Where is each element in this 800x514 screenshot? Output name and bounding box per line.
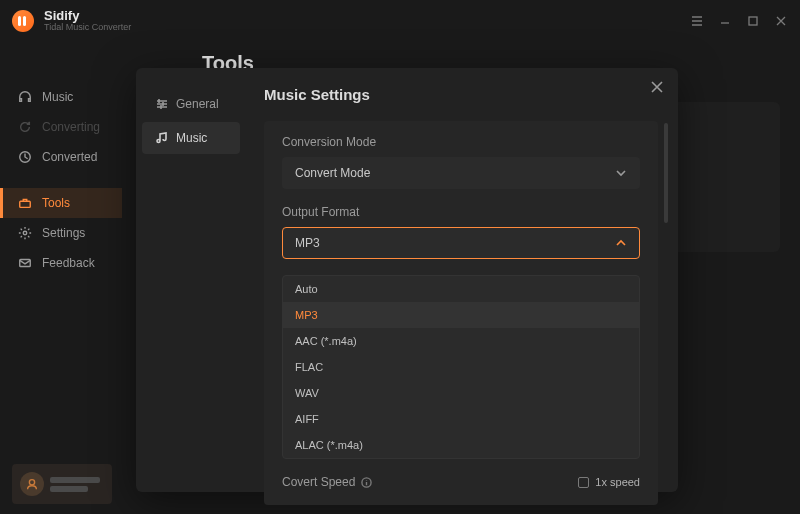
gear-icon <box>18 226 32 240</box>
sidebar-label: Settings <box>42 226 85 240</box>
select-value: MP3 <box>295 236 320 250</box>
dropdown-option-flac[interactable]: FLAC <box>283 354 639 380</box>
speed-value: 1x speed <box>595 476 640 488</box>
info-icon <box>361 477 372 488</box>
close-button[interactable] <box>774 14 788 28</box>
chevron-up-icon <box>615 237 627 249</box>
settings-panel: Conversion Mode Convert Mode Output Form… <box>264 121 658 505</box>
brand-name: Sidify <box>44 9 131 23</box>
sidebar-item-converting[interactable]: Converting <box>0 112 122 142</box>
modal-tab-general[interactable]: General <box>142 88 240 120</box>
svg-point-3 <box>23 231 27 235</box>
svg-rect-0 <box>749 17 757 25</box>
dropdown-option-alac[interactable]: ALAC (*.m4a) <box>283 432 639 458</box>
dropdown-option-wav[interactable]: WAV <box>283 380 639 406</box>
settings-modal: General Music Music Settings Conversion … <box>136 68 678 492</box>
svg-rect-2 <box>20 201 31 207</box>
output-format-dropdown: Auto MP3 AAC (*.m4a) FLAC WAV AIFF ALAC … <box>282 275 640 459</box>
brand-subtitle: Tidal Music Converter <box>44 23 131 33</box>
titlebar: Sidify Tidal Music Converter <box>0 0 800 42</box>
modal-tab-label: Music <box>176 131 207 145</box>
covert-speed-label: Covert Speed <box>282 475 372 489</box>
maximize-button[interactable] <box>746 14 760 28</box>
svg-rect-4 <box>20 260 31 267</box>
speed-checkbox[interactable] <box>578 477 589 488</box>
dropdown-option-mp3[interactable]: MP3 <box>283 302 639 328</box>
conversion-mode-label: Conversion Mode <box>282 135 640 149</box>
minimize-button[interactable] <box>718 14 732 28</box>
svg-point-5 <box>29 480 34 485</box>
sidebar-item-music[interactable]: Music <box>0 82 122 112</box>
chevron-down-icon <box>615 167 627 179</box>
music-note-icon <box>156 132 168 144</box>
sliders-icon <box>156 98 168 110</box>
refresh-icon <box>18 120 32 134</box>
sidebar-item-tools[interactable]: Tools <box>0 188 122 218</box>
clock-icon <box>18 150 32 164</box>
sidebar-label: Converted <box>42 150 97 164</box>
headphones-icon <box>18 90 32 104</box>
user-name-placeholder <box>50 477 100 483</box>
sidebar-item-converted[interactable]: Converted <box>0 142 122 172</box>
sidebar-item-feedback[interactable]: Feedback <box>0 248 122 278</box>
mail-icon <box>18 256 32 270</box>
dropdown-option-aac[interactable]: AAC (*.m4a) <box>283 328 639 354</box>
sidebar: Music Converting Converted Tools Setting… <box>0 42 122 514</box>
toolbox-icon <box>18 196 32 210</box>
modal-tab-music[interactable]: Music <box>142 122 240 154</box>
sidebar-label: Feedback <box>42 256 95 270</box>
scrollbar[interactable] <box>664 123 668 223</box>
brand-logo <box>12 10 34 32</box>
dropdown-option-auto[interactable]: Auto <box>283 276 639 302</box>
user-sub-placeholder <box>50 486 88 492</box>
user-card[interactable] <box>12 464 112 504</box>
output-format-select[interactable]: MP3 <box>282 227 640 259</box>
conversion-mode-select[interactable]: Convert Mode <box>282 157 640 189</box>
output-format-label: Output Format <box>282 205 640 219</box>
select-value: Convert Mode <box>295 166 370 180</box>
sidebar-label: Tools <box>42 196 70 210</box>
modal-tab-label: General <box>176 97 219 111</box>
modal-title: Music Settings <box>264 86 658 103</box>
sidebar-label: Converting <box>42 120 100 134</box>
dropdown-option-aiff[interactable]: AIFF <box>283 406 639 432</box>
menu-icon[interactable] <box>690 14 704 28</box>
sidebar-item-settings[interactable]: Settings <box>0 218 122 248</box>
modal-close-button[interactable] <box>650 80 666 96</box>
modal-sidebar: General Music <box>136 68 246 492</box>
sidebar-label: Music <box>42 90 73 104</box>
avatar <box>20 472 44 496</box>
